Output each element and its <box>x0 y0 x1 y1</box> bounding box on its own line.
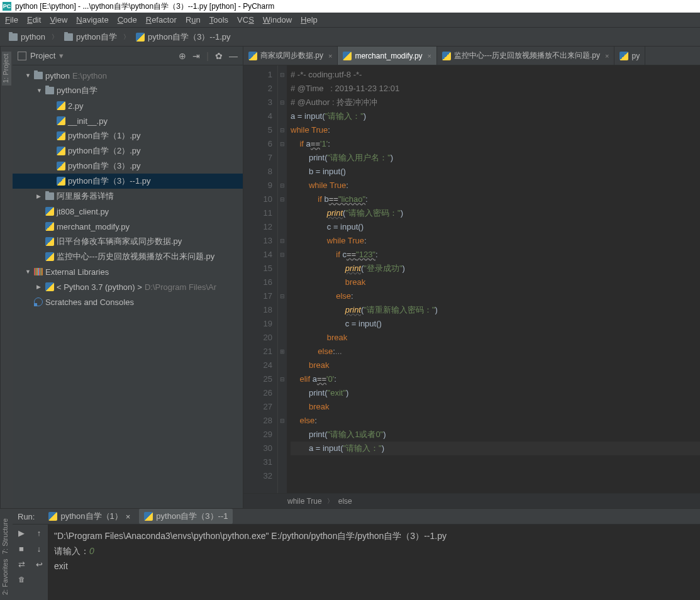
hide-icon[interactable]: — <box>229 51 238 61</box>
tree-row[interactable]: Scratches and Consoles <box>13 294 243 309</box>
tree-row[interactable]: ▶< Python 3.7 (python) > D:\Program File… <box>13 279 243 294</box>
menu-help[interactable]: Help <box>301 15 318 25</box>
tree-row[interactable]: jt808_client.py <box>13 204 243 219</box>
tree-row[interactable]: ▼python自学 <box>13 83 243 98</box>
project-tree[interactable]: ▼python E:\python▼python自学2.py__init__.p… <box>13 65 243 508</box>
chevron-right-icon: 〉 <box>123 33 130 42</box>
rerun-icon[interactable]: ▶ <box>18 528 25 538</box>
gear-icon[interactable]: ✿ <box>215 51 223 61</box>
close-icon[interactable]: × <box>126 512 131 521</box>
folder-icon <box>45 192 54 200</box>
python-icon <box>57 177 65 186</box>
target-icon[interactable]: ⊕ <box>179 51 186 61</box>
tree-row[interactable]: merchant_modify.py <box>13 219 243 234</box>
tool-tab-favorites[interactable]: 2: Favorites <box>1 559 11 595</box>
python-icon <box>57 101 65 110</box>
tool-tab-project[interactable]: 1: Project <box>2 52 11 86</box>
expand-arrow[interactable]: ▼ <box>36 87 43 94</box>
menubar: File Edit View Navigate Code Refactor Ru… <box>0 13 700 28</box>
tool-tab-structure[interactable]: 7: Structure <box>1 518 11 554</box>
folder-icon <box>45 87 54 94</box>
run-tab-1[interactable]: python自学（1） × <box>43 509 135 524</box>
tree-row[interactable]: 2.py <box>13 98 243 113</box>
tree-label: merchant_modify.py <box>57 222 130 231</box>
menu-edit[interactable]: Edit <box>27 15 41 25</box>
collapse-icon[interactable]: ⇥ <box>192 51 200 61</box>
code-editor[interactable]: 1234567891011121314151617181920212425262… <box>243 65 700 493</box>
scratch-icon <box>34 297 43 306</box>
tree-row[interactable]: 旧平台修改车辆商家或同步数据.py <box>13 234 243 249</box>
menu-file[interactable]: File <box>5 15 18 25</box>
menu-code[interactable]: Code <box>118 15 137 25</box>
tree-row[interactable]: python自学（3）.py <box>13 158 243 174</box>
crumb-file[interactable]: python自学（3）--1.py <box>132 30 235 44</box>
python-icon <box>45 222 54 231</box>
menu-window[interactable]: Window <box>263 15 292 25</box>
python-icon <box>57 162 65 170</box>
run-tab-2[interactable]: python自学（3）--1 <box>139 509 233 524</box>
menu-navigate[interactable]: Navigate <box>76 15 108 25</box>
tree-label: < Python 3.7 (python) > <box>57 282 142 292</box>
close-icon[interactable]: × <box>328 52 332 60</box>
tree-label: python自学（3）.py <box>68 160 141 172</box>
crumb-folder[interactable]: python自学 <box>60 30 121 44</box>
expand-arrow[interactable]: ▶ <box>36 284 43 290</box>
code-content[interactable]: # -*- coding:utf-8 -*-# @Time : 2019-11-… <box>287 65 700 493</box>
tree-row[interactable]: ▶阿里服务器详情 <box>13 189 243 204</box>
tree-row[interactable]: python自学（2）.py <box>13 143 243 158</box>
tree-label: 监控中心---历史回放视频播放不出来问题.py <box>57 251 214 262</box>
left-tool-gutter-bottom: 2: Favorites 7: Structure <box>0 509 13 600</box>
python-icon <box>144 512 153 521</box>
python-icon <box>57 131 65 140</box>
python-icon <box>619 52 628 60</box>
expand-arrow[interactable]: ▶ <box>36 193 43 199</box>
python-icon <box>57 116 65 125</box>
menu-refactor[interactable]: Refactor <box>146 15 177 25</box>
code-breadcrumb[interactable]: while True〉else <box>243 493 700 508</box>
left-tool-gutter: 1: Project <box>0 47 13 508</box>
close-icon[interactable]: × <box>428 52 431 60</box>
editor-tab[interactable]: 商家或同步数据.py× <box>243 47 338 65</box>
tree-path: D:\Program Files\Ar <box>145 282 216 292</box>
console-output[interactable]: "D:\Program Files\Anaconda3\envs\python\… <box>48 525 700 600</box>
run-label: Run: <box>18 512 35 521</box>
layout-icon[interactable]: ⇄ <box>18 560 25 569</box>
editor-tab[interactable]: 监控中心---历史回放视频播放不出来问题.py× <box>437 47 614 65</box>
tree-row[interactable]: __init__.py <box>13 113 243 128</box>
python-icon <box>48 512 57 521</box>
menu-run[interactable]: Run <box>186 15 201 25</box>
editor-tab[interactable]: merchant_modify.py× <box>338 47 437 65</box>
window-title: python [E:\python] - ...\python自学\python… <box>15 1 274 12</box>
chevron-down-icon[interactable]: ▾ <box>59 51 64 60</box>
menu-tools[interactable]: Tools <box>209 15 228 25</box>
fold-gutter[interactable]: ⊟ ⊟ ⊟⊟ ⊟⊟ ⊟⊟ ⊟ ⊞ ⊟ ⊟ <box>278 65 287 493</box>
down-icon[interactable]: ↓ <box>37 544 42 553</box>
python-icon <box>57 147 65 155</box>
expand-arrow[interactable]: ▼ <box>25 269 31 275</box>
expand-arrow[interactable]: ▼ <box>25 72 31 79</box>
crumb-root[interactable]: python <box>5 31 49 43</box>
tree-label: __init__.py <box>68 116 108 126</box>
up-icon[interactable]: ↑ <box>37 528 42 538</box>
titlebar: PC python [E:\python] - ...\python自学\pyt… <box>0 0 700 13</box>
close-icon[interactable]: × <box>605 52 609 60</box>
tree-row[interactable]: python自学（1）.py <box>13 128 243 143</box>
stop-icon[interactable]: ■ <box>19 544 24 553</box>
python-icon <box>442 52 451 60</box>
editor-tab[interactable]: py <box>614 47 645 65</box>
tree-row[interactable]: python自学（3）--1.py <box>13 174 243 189</box>
tree-row[interactable]: ▼External Libraries <box>13 264 243 279</box>
tree-row[interactable]: 监控中心---历史回放视频播放不出来问题.py <box>13 249 243 264</box>
tree-row[interactable]: ▼python E:\python <box>13 68 243 83</box>
wrap-icon[interactable]: ↩ <box>36 560 43 569</box>
tree-label: python自学 <box>57 85 97 96</box>
trash-icon[interactable]: 🗑 <box>18 575 25 583</box>
chevron-right-icon: 〉 <box>52 33 58 42</box>
tree-label: 阿里服务器详情 <box>57 191 114 202</box>
menu-view[interactable]: View <box>50 15 67 25</box>
menu-vcs[interactable]: VCS <box>237 15 254 25</box>
project-title: Project <box>30 51 55 60</box>
python-icon <box>343 52 352 60</box>
tree-label: python自学（2）.py <box>68 145 141 157</box>
tree-path: E:\python <box>72 71 107 81</box>
